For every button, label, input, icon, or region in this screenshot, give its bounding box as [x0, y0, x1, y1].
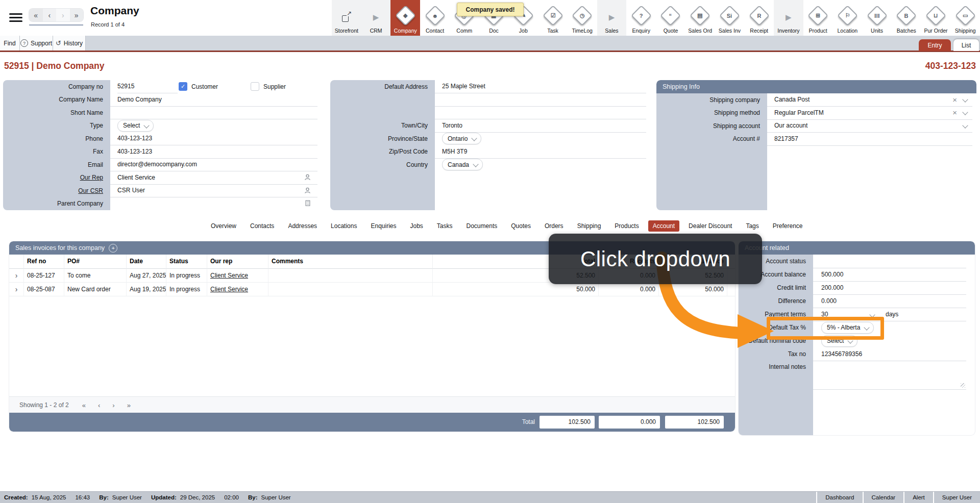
tab-orders[interactable]: Orders — [540, 220, 568, 232]
clear-icon[interactable]: × — [952, 109, 957, 116]
building-icon[interactable] — [304, 199, 311, 207]
invoice-cell — [268, 283, 433, 296]
credit-limit-field[interactable]: 200.000 — [813, 281, 966, 295]
our-rep-field[interactable]: Client Service — [110, 171, 317, 185]
status-text: Updated: — [151, 494, 177, 500]
row-expand-chevron[interactable]: › — [9, 283, 24, 296]
tab-contacts[interactable]: Contacts — [246, 220, 279, 232]
tab-addresses[interactable]: Addresses — [283, 220, 322, 232]
account-status-field[interactable] — [813, 255, 966, 268]
type-select[interactable]: Select — [117, 120, 154, 132]
toolbar-item-batches[interactable]: BBatches — [892, 0, 921, 36]
dashboard-button[interactable]: Dashboard — [817, 492, 862, 503]
toolbar-item-product[interactable]: ⊞Product — [803, 0, 833, 36]
toolbar-item-shipping[interactable]: ▭Shipping — [950, 0, 980, 36]
country-select[interactable]: Canada — [442, 159, 483, 170]
toolbar-item-quote[interactable]: “Quote — [656, 0, 685, 36]
supplier-checkbox[interactable] — [251, 82, 259, 91]
find-button[interactable]: Find — [0, 36, 20, 51]
person-icon[interactable] — [304, 173, 311, 181]
tab-tasks[interactable]: Tasks — [432, 220, 457, 232]
chevron-down-icon[interactable] — [962, 96, 968, 102]
our-csr-label[interactable]: Our CSR — [3, 187, 110, 194]
alert-button[interactable]: Alert — [904, 492, 933, 503]
toolbar-item-enquiry[interactable]: ?Enquiry — [626, 0, 656, 36]
hamburger-menu-icon[interactable] — [9, 13, 22, 22]
address-line1-field[interactable]: 25 Maple Street — [435, 80, 646, 93]
invoice-cell: New Card order — [64, 283, 127, 296]
toolbar-item-inventory[interactable]: ▶Inventory — [774, 0, 803, 36]
short-name-field[interactable] — [110, 106, 317, 120]
parent-company-field[interactable] — [110, 197, 317, 210]
shipping-account-field[interactable]: Our account — [767, 119, 972, 133]
fax-field[interactable]: 403-123-123 — [110, 145, 317, 159]
tax-no-field[interactable]: 123456789356 — [813, 347, 966, 361]
person-icon[interactable] — [304, 187, 311, 194]
pager-first[interactable]: « — [82, 401, 86, 409]
toolbar-item-crm[interactable]: ▶CRM — [361, 0, 391, 36]
tab-shipping[interactable]: Shipping — [573, 220, 606, 232]
chevron-down-icon[interactable] — [962, 109, 968, 115]
prev-record-button[interactable]: ‹ — [43, 9, 57, 21]
add-invoice-button[interactable]: + — [109, 244, 117, 253]
row-expand-chevron[interactable]: › — [9, 269, 24, 283]
toolbar-item-sales-inv[interactable]: SiSales Inv — [715, 0, 745, 36]
toolbar-item-sales-ord[interactable]: ▤Sales Ord — [685, 0, 715, 36]
toolbar-item-timelog[interactable]: ◷TimeLog — [568, 0, 597, 36]
super-user-button[interactable]: Super User — [934, 492, 980, 503]
tab-quotes[interactable]: Quotes — [506, 220, 535, 232]
tab-documents[interactable]: Documents — [462, 220, 502, 232]
toolbar-item-receipt[interactable]: RReceipt — [744, 0, 774, 36]
next-record-button[interactable]: › — [56, 9, 70, 21]
company-no-field[interactable]: 52915 ✓ Customer Supplier — [110, 80, 317, 93]
address-line2-field[interactable] — [435, 93, 646, 107]
account-number-field[interactable]: 8217357 — [767, 132, 972, 146]
tab-jobs[interactable]: Jobs — [405, 220, 427, 232]
toolbar-item-task[interactable]: ☑Task — [538, 0, 568, 36]
pager-next[interactable]: › — [112, 401, 114, 409]
toolbar-item-units[interactable]: ‖‖Units — [862, 0, 892, 36]
toolbar-item-pur-order[interactable]: ⊔Pur Order — [921, 0, 951, 36]
history-button[interactable]: ↺ History — [53, 36, 86, 51]
our-rep-link[interactable]: Client Service — [210, 286, 248, 293]
tab-entry[interactable]: Entry — [919, 39, 951, 51]
tab-overview[interactable]: Overview — [206, 220, 241, 232]
toolbar-item-sales[interactable]: ▶Sales — [597, 0, 627, 36]
resize-handle-icon[interactable] — [961, 383, 965, 388]
col-header-po-: PO# — [64, 255, 127, 269]
internal-notes-textarea[interactable] — [813, 361, 966, 390]
tab-list[interactable]: List — [953, 39, 979, 51]
province-select[interactable]: Ontario — [442, 133, 481, 144]
toolbar-item-storefront[interactable]: ↗Storefront — [332, 0, 361, 36]
chevron-down-icon[interactable] — [962, 122, 968, 128]
town-field[interactable]: Toronto — [435, 119, 646, 133]
tab-locations[interactable]: Locations — [326, 220, 361, 232]
last-record-button[interactable]: » — [70, 9, 84, 21]
support-button[interactable]: ? Support — [20, 36, 53, 51]
shipping-company-field[interactable]: Canada Post × — [767, 93, 972, 107]
shipping-method-field[interactable]: Regular ParcelTM × — [767, 106, 972, 120]
our-csr-row: Our CSR CSR User — [3, 184, 322, 197]
zip-field[interactable]: M5H 3T9 — [435, 145, 646, 159]
tab-enquiries[interactable]: Enquiries — [366, 220, 401, 232]
calendar-button[interactable]: Calendar — [864, 492, 904, 503]
email-field[interactable]: director@democompany.com — [110, 158, 317, 172]
first-record-button[interactable]: « — [29, 9, 43, 21]
address-line3-field[interactable] — [435, 106, 646, 120]
short-name-label: Short Name — [3, 109, 110, 116]
pager-last[interactable]: » — [127, 401, 131, 409]
clear-icon[interactable]: × — [952, 96, 957, 104]
phone-field[interactable]: 403-123-123 — [110, 132, 317, 146]
company-name-field[interactable]: Demo Company — [110, 93, 317, 107]
our-rep-label[interactable]: Our Rep — [3, 174, 110, 181]
company-no-row: Company no 52915 ✓ Customer Supplier — [3, 80, 322, 93]
our-rep-link[interactable]: Client Service — [210, 272, 248, 279]
customer-checkbox[interactable]: ✓ — [179, 82, 187, 91]
our-csr-field[interactable]: CSR User — [110, 184, 317, 198]
company-no-value[interactable]: 52915 — [117, 80, 178, 93]
toolbar-item-location[interactable]: ⚐Location — [832, 0, 862, 36]
address2-row — [330, 93, 650, 107]
toolbar-item-contact[interactable]: ☻Contact — [420, 0, 450, 36]
pager-prev[interactable]: ‹ — [98, 401, 100, 409]
toolbar-item-company[interactable]: ◆Company — [390, 0, 420, 36]
